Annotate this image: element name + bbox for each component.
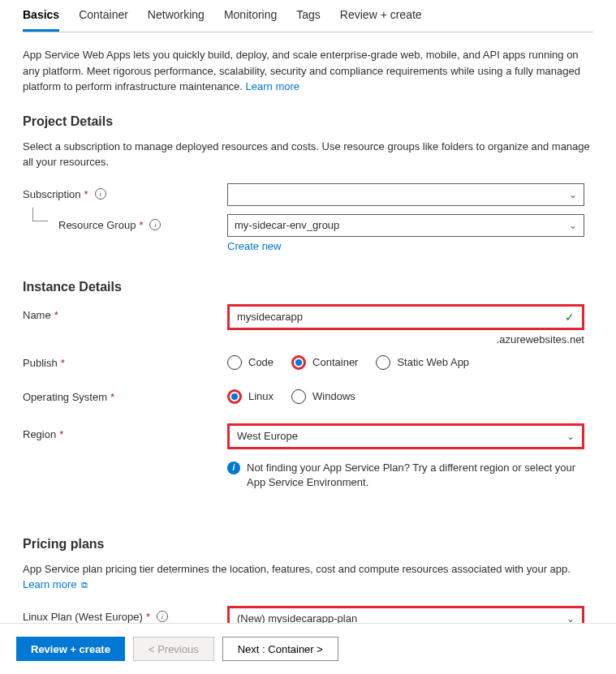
footer-bar: Review + create < Previous Next : Contai… bbox=[0, 623, 616, 674]
subscription-dropdown[interactable]: ⌄ bbox=[227, 183, 584, 206]
required-marker: * bbox=[59, 428, 63, 440]
os-radio-linux[interactable]: Linux bbox=[227, 389, 274, 404]
publish-radio-container[interactable]: Container bbox=[291, 355, 358, 370]
chevron-down-icon: ⌄ bbox=[569, 220, 577, 231]
linux-plan-label: Linux Plan (West Europe) bbox=[23, 611, 143, 623]
intro-text: App Service Web Apps lets you quickly bu… bbox=[23, 47, 593, 95]
project-details-desc: Select a subscription to manage deployed… bbox=[23, 139, 593, 170]
info-icon[interactable]: i bbox=[95, 188, 106, 200]
pricing-desc: App Service plan pricing tier determines… bbox=[23, 561, 593, 593]
instance-details-heading: Instance Details bbox=[23, 280, 593, 294]
intro-learn-more-link[interactable]: Learn more bbox=[246, 80, 299, 92]
project-details-heading: Project Details bbox=[23, 114, 593, 129]
review-create-button[interactable]: Review + create bbox=[16, 637, 125, 661]
publish-radio-static[interactable]: Static Web App bbox=[376, 355, 469, 370]
resource-group-dropdown[interactable]: my-sidecar-env_group ⌄ bbox=[227, 214, 584, 237]
name-input[interactable]: mysidecarapp ✓ bbox=[230, 307, 581, 327]
domain-suffix: .azurewebsites.net bbox=[227, 333, 584, 346]
region-hint-text: Not finding your App Service Plan? Try a… bbox=[247, 461, 588, 490]
info-filled-icon: i bbox=[227, 461, 240, 474]
required-marker: * bbox=[61, 357, 65, 369]
chevron-down-icon: ⌄ bbox=[566, 431, 575, 442]
tab-monitoring[interactable]: Monitoring bbox=[224, 0, 277, 32]
info-icon[interactable]: i bbox=[149, 219, 161, 230]
required-marker: * bbox=[54, 309, 58, 321]
subscription-label: Subscription bbox=[23, 188, 81, 200]
rg-create-new-link[interactable]: Create new bbox=[227, 240, 281, 252]
required-marker: * bbox=[110, 391, 114, 403]
tab-review[interactable]: Review + create bbox=[340, 0, 422, 32]
os-radio-windows[interactable]: Windows bbox=[291, 389, 355, 404]
required-marker: * bbox=[84, 188, 88, 200]
tab-basics[interactable]: Basics bbox=[23, 0, 59, 32]
linux-plan-dropdown[interactable]: (New) mysidecarapp-plan ⌄ bbox=[230, 609, 581, 623]
resource-group-label: Resource Group bbox=[58, 219, 136, 231]
tab-bar: Basics Container Networking Monitoring T… bbox=[23, 0, 593, 32]
pricing-heading: Pricing plans bbox=[23, 537, 593, 552]
chevron-down-icon: ⌄ bbox=[569, 189, 577, 200]
publish-radio-code[interactable]: Code bbox=[227, 355, 274, 370]
tab-container[interactable]: Container bbox=[79, 0, 128, 32]
region-label: Region bbox=[23, 428, 56, 440]
info-icon[interactable]: i bbox=[157, 611, 168, 622]
previous-button: < Previous bbox=[133, 637, 214, 661]
tab-tags[interactable]: Tags bbox=[296, 0, 321, 32]
chevron-down-icon: ⌄ bbox=[566, 613, 575, 623]
os-label: Operating System bbox=[23, 391, 107, 403]
external-link-icon: ⧉ bbox=[78, 580, 87, 590]
required-marker: * bbox=[139, 219, 143, 231]
publish-label: Publish bbox=[23, 357, 58, 369]
required-marker: * bbox=[146, 611, 150, 623]
region-dropdown[interactable]: West Europe ⌄ bbox=[230, 427, 581, 446]
tab-networking[interactable]: Networking bbox=[148, 0, 205, 32]
name-label: Name bbox=[23, 309, 51, 321]
next-button[interactable]: Next : Container > bbox=[222, 637, 338, 661]
pricing-learn-more-link[interactable]: Learn more ⧉ bbox=[23, 578, 88, 590]
checkmark-icon: ✓ bbox=[565, 311, 575, 324]
